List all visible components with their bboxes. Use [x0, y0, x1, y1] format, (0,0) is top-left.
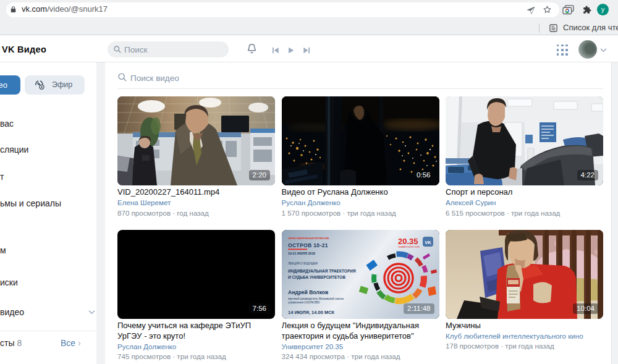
svg-text:УНИВЕРСИТЕТ НТИ: УНИВЕРСИТЕТ НТИ: [398, 245, 420, 248]
svg-text:управления СКОЛКОВО: управления СКОЛКОВО: [288, 300, 320, 303]
svg-text:VK: VK: [425, 239, 431, 245]
svg-text:Андрей Волков: Андрей Волков: [288, 289, 328, 295]
svg-text:ИНДИВИДУАЛЬНАЯ ТРАЕКТОРИЯ: ИНДИВИДУАЛЬНАЯ ТРАЕКТОРИЯ: [288, 269, 356, 274]
svg-text:10-21 ИЮЛЯ 2018: 10-21 ИЮЛЯ 2018: [288, 252, 315, 255]
svg-text:ОСТРОВ 10-21: ОСТРОВ 10-21: [288, 242, 328, 248]
svg-text:14 ИЮЛЯ, 14.00 МСК: 14 ИЮЛЯ, 14.00 МСК: [288, 310, 335, 315]
svg-text:20.35: 20.35: [398, 237, 418, 246]
svg-text:научный руководитель Московско: научный руководитель Московской школы: [288, 296, 344, 300]
svg-text:ОБРАЗОВАТЕЛЬНЫЙ ИНТЕНСИВ: ОБРАЗОВАТЕЛЬНЫЙ ИНТЕНСИВ: [288, 237, 329, 240]
svg-text:ЛЕКЦИЯ О БУДУЩЕМ: ЛЕКЦИЯ О БУДУЩЕМ: [288, 262, 318, 265]
svg-text:И СУДЬБА УНИВЕРСИТЕТОВ: И СУДЬБА УНИВЕРСИТЕТОВ: [288, 274, 345, 279]
